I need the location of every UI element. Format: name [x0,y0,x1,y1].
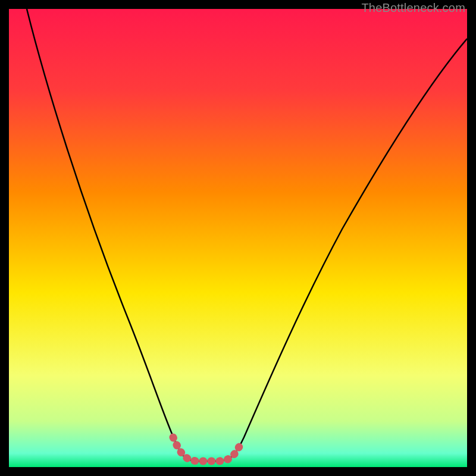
bottleneck-chart [9,9,467,467]
watermark-label: TheBottleneck.com [361,1,465,15]
chart-frame [9,9,467,467]
plot-background [9,9,467,467]
